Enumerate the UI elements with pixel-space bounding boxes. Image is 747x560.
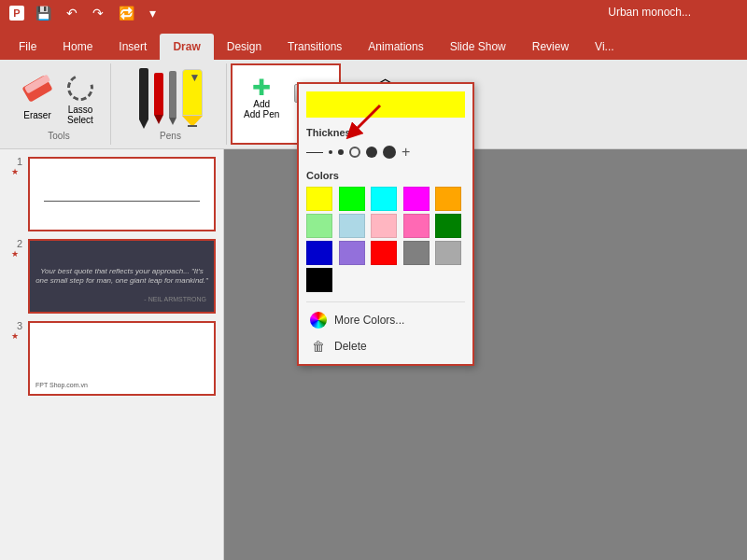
save-button[interactable]: 💾 <box>32 4 55 22</box>
pen2-tip <box>154 115 163 124</box>
color-swatch-magenta[interactable] <box>403 187 430 211</box>
slide-thumbnail-1[interactable] <box>28 157 216 231</box>
eraser-label: Eraser <box>23 110 50 120</box>
title-bar: P 💾 ↶ ↷ 🔁 ▾ Urban monoch... <box>0 0 747 26</box>
slide-num-col-2: 2 ★ <box>7 239 22 259</box>
undo-button[interactable]: ↶ <box>63 4 81 22</box>
color-swatch-lightgreen[interactable] <box>306 214 332 238</box>
lasso-icon <box>65 71 95 105</box>
thickness-dot-4[interactable] <box>366 147 377 158</box>
popup-footer: More Colors... 🗑 Delete <box>306 301 465 357</box>
thickness-title: Thickness <box>306 127 465 138</box>
color-preview <box>306 91 465 118</box>
pen3-body <box>169 71 176 118</box>
slide-text-2: Your best quote that reflects your appro… <box>30 261 214 292</box>
delete-label: Delete <box>334 340 367 353</box>
slide-star-1: ★ <box>11 167 19 176</box>
tools-items: Eraser LassoSelect <box>19 67 99 129</box>
pens-label: Pens <box>160 129 181 141</box>
pen1-tip <box>139 119 148 129</box>
app-icon: P <box>9 6 24 21</box>
thickness-dot-1[interactable] <box>329 150 332 154</box>
color-swatch-purple[interactable] <box>339 241 365 265</box>
add-pen-button[interactable]: ✚ Add Add Pen <box>240 75 283 121</box>
tab-home[interactable]: Home <box>49 34 106 60</box>
window-title: Urban monoch... <box>608 6 691 19</box>
color-wheel-icon <box>310 312 327 329</box>
list-item: 2 ★ Your best quote that reflects your a… <box>7 239 216 314</box>
lasso-label: LassoSelect <box>67 105 93 125</box>
slide-num-col-1: 1 ★ <box>7 157 22 176</box>
tab-file[interactable]: File <box>6 34 49 60</box>
add-pen-label: Add <box>253 99 270 109</box>
color-swatch-pink[interactable] <box>371 214 397 238</box>
pen2-body <box>154 73 163 115</box>
title-bar-left: P 💾 ↶ ↷ 🔁 ▾ <box>9 4 160 22</box>
lasso-select-button[interactable]: LassoSelect <box>62 69 99 127</box>
slide-line-1 <box>44 201 200 202</box>
color-picker-popup: Thickness + Colors More <box>297 82 474 366</box>
slide-number-2: 2 <box>7 239 22 249</box>
slide-number-3: 3 <box>7 321 22 331</box>
pen-4-button[interactable]: ▼ <box>182 69 203 127</box>
thickness-dot-2[interactable] <box>338 149 344 155</box>
list-item: 1 ★ <box>7 157 216 231</box>
color-swatch-green[interactable] <box>339 187 365 211</box>
qat-more-button[interactable]: ▾ <box>146 4 160 22</box>
thickness-plus-button[interactable]: + <box>402 144 410 161</box>
tab-transitions[interactable]: Transitions <box>275 34 355 60</box>
tab-slideshow[interactable]: Slide Show <box>437 34 519 60</box>
more-colors-label: More Colors... <box>334 314 404 327</box>
color-swatch-hotpink[interactable] <box>403 214 430 238</box>
color-swatch-darkgray[interactable] <box>435 241 461 265</box>
pen-2-button[interactable] <box>154 73 163 124</box>
add-pen-group-spacer <box>285 127 288 139</box>
slide-label-3: FPT Shop.com.vn <box>35 382 88 388</box>
redo-button[interactable]: ↷ <box>89 4 107 22</box>
color-swatch-black[interactable] <box>306 268 332 292</box>
slide-number-1: 1 <box>7 157 22 167</box>
pen3-tip <box>169 118 176 125</box>
color-swatch-blue[interactable] <box>306 241 332 265</box>
pens-group: ▼ Pens <box>115 63 227 145</box>
color-swatch-yellow[interactable] <box>306 187 332 211</box>
slide-thumbnail-2[interactable]: Your best quote that reflects your appro… <box>28 239 216 314</box>
tab-insert[interactable]: Insert <box>106 34 160 60</box>
trash-icon: 🗑 <box>310 338 327 355</box>
slide-thumbnail-3[interactable]: FPT Shop.com.vn <box>28 321 216 396</box>
tab-animations[interactable]: Animations <box>355 34 436 60</box>
thickness-dot-3-selected[interactable] <box>349 147 360 158</box>
tools-group: Eraser LassoSelect Tools <box>7 63 111 145</box>
list-item: 3 ★ FPT Shop.com.vn <box>7 321 216 396</box>
slide-subtext-2: - NEIL ARMSTRONG <box>144 296 206 302</box>
pen1-body <box>139 68 148 119</box>
slide-star-2: ★ <box>11 249 19 259</box>
tab-draw[interactable]: Draw <box>160 34 213 60</box>
slide-panel: 1 ★ 2 ★ Your best quote that reflects yo… <box>0 149 224 560</box>
add-pen-sublabel: Add Pen <box>244 109 279 119</box>
color-swatch-orange[interactable] <box>435 187 461 211</box>
tab-view[interactable]: Vi... <box>582 34 627 60</box>
repeat-button[interactable]: 🔁 <box>115 4 138 22</box>
thickness-line[interactable] <box>306 152 323 153</box>
thickness-row: + <box>306 144 465 161</box>
color-grid <box>306 187 465 292</box>
add-pen-icon: ✚ <box>252 77 271 99</box>
colors-title: Colors <box>306 170 465 181</box>
tab-review[interactable]: Review <box>519 34 582 60</box>
color-swatch-gray[interactable] <box>403 241 430 265</box>
more-colors-button[interactable]: More Colors... <box>306 310 465 330</box>
color-swatch-cyan[interactable] <box>371 187 397 211</box>
thickness-dot-5[interactable] <box>383 146 396 159</box>
pen-3-button[interactable] <box>169 71 176 125</box>
delete-button[interactable]: 🗑 Delete <box>306 336 465 357</box>
color-swatch-darkgreen[interactable] <box>435 214 461 238</box>
tools-label: Tools <box>48 129 69 141</box>
slide-star-3: ★ <box>11 331 19 341</box>
tab-design[interactable]: Design <box>214 34 275 60</box>
color-swatch-red[interactable] <box>371 241 397 265</box>
pen-1-button[interactable] <box>139 68 148 129</box>
color-swatch-lightblue[interactable] <box>339 214 365 238</box>
slide-num-col-3: 3 ★ <box>7 321 22 341</box>
eraser-button[interactable]: Eraser <box>19 75 56 122</box>
